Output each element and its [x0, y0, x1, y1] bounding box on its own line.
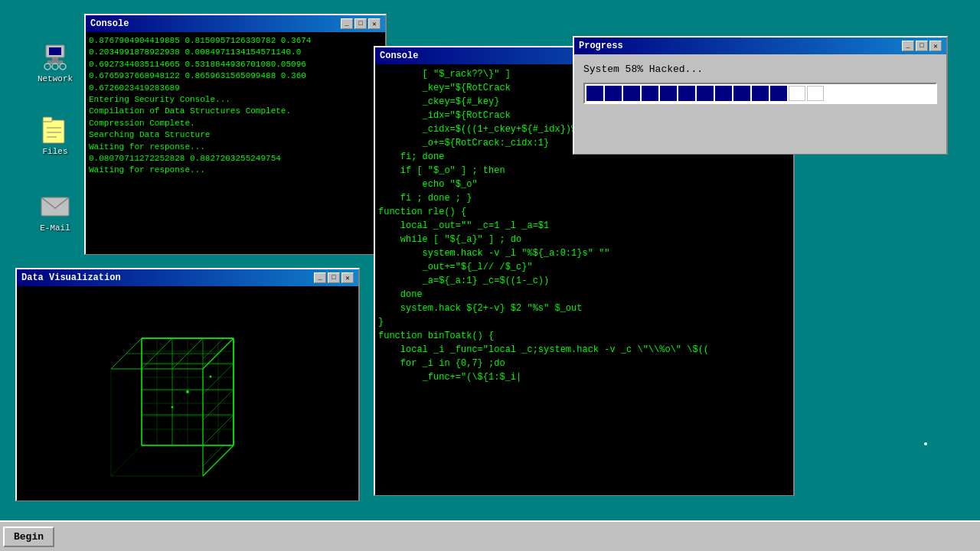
files-label: Files — [42, 147, 67, 156]
code-line: local _i _func="local _c;system.hack -v … — [378, 343, 790, 357]
svg-rect-9 — [43, 120, 64, 143]
files-icon — [40, 115, 70, 145]
code-line: while [ "${_a}" ] ; do — [378, 233, 790, 246]
console-line: Compilation of Data Structures Complete. — [89, 106, 382, 117]
console-line: 0.6726023419283689 — [89, 83, 382, 94]
svg-point-61 — [186, 390, 189, 393]
dataviz-titlebar[interactable]: Data Visualization _ □ ✕ — [17, 269, 358, 286]
dataviz-minimize[interactable]: _ — [314, 272, 326, 283]
code-line: system.hack ${2+-v} $2 "%s" $_out — [378, 302, 790, 315]
console-line: 0.2034991878922938 0.0084971134154571140… — [89, 47, 382, 58]
console-line: 0.08070711272252828 0.8827203255249754 — [89, 153, 382, 165]
progress-content: System 58% Hacked... — [574, 54, 946, 154]
progress-minimize[interactable]: _ — [902, 41, 914, 51]
console-line: Waiting for response... — [89, 142, 382, 153]
progress-block — [586, 86, 603, 101]
begin-button[interactable]: Begin — [3, 527, 54, 547]
progress-fill — [586, 86, 824, 101]
code-line: system.hack -v _l "%${_a:0:1}s" "" — [378, 246, 790, 260]
svg-line-43 — [203, 445, 224, 466]
dataviz-maximize[interactable]: □ — [328, 272, 340, 283]
console1-controls: _ □ ✕ — [341, 18, 381, 29]
progress-block — [605, 86, 622, 101]
taskbar: Begin — [0, 520, 980, 551]
code-line: function rle() { — [378, 205, 790, 219]
svg-rect-2 — [52, 57, 58, 60]
progress-block — [697, 86, 714, 101]
svg-point-62 — [172, 406, 174, 408]
console1-content: 0.8767904904419885 0.8150957126330782 0.… — [86, 32, 385, 254]
svg-line-32 — [203, 445, 234, 476]
progress-maximize[interactable]: □ — [916, 41, 928, 51]
code-line: _out+="${_l// /$_c}" — [378, 260, 790, 274]
progress-block — [770, 86, 787, 101]
svg-point-6 — [60, 64, 66, 70]
svg-line-42 — [203, 338, 224, 359]
progress-block — [678, 86, 695, 101]
progress-block — [733, 86, 750, 101]
console2-title: Console — [380, 51, 418, 61]
dataviz-content — [17, 286, 358, 500]
code-line: _a=${_a:1} _c=$((1-_c)) — [378, 274, 790, 288]
code-line: local _out="" _c=1 _l _a=$1 — [378, 219, 790, 233]
console-line: 0.8767904904419885 0.8150957126330782 0.… — [89, 35, 382, 47]
code-line: _func+="(\${1:$_i| — [378, 370, 790, 384]
progress-block — [623, 86, 640, 101]
progress-block — [752, 86, 769, 101]
progress-block — [789, 86, 805, 101]
svg-point-4 — [44, 64, 51, 70]
code-line: for _i in {0,7} ;do — [378, 357, 790, 370]
console-line: Compression Complete. — [89, 118, 382, 129]
dataviz-window: Data Visualization _ □ ✕ — [15, 268, 360, 501]
dataviz-controls: _ □ ✕ — [314, 272, 354, 283]
email-icon-desktop[interactable]: E-Mail — [31, 191, 80, 233]
progress-block — [660, 86, 677, 101]
console-line: Waiting for response... — [89, 165, 382, 176]
console1-close[interactable]: ✕ — [368, 18, 381, 29]
progress-titlebar[interactable]: Progress _ □ ✕ — [574, 37, 946, 54]
network-icon-desktop[interactable]: Network — [31, 42, 80, 83]
svg-rect-1 — [49, 47, 61, 55]
console-line: 0.6765937668948122 0.8659631565099488 0.… — [89, 70, 382, 82]
cursor — [924, 442, 927, 445]
console1-title: Console — [90, 18, 129, 29]
progress-block — [715, 86, 732, 101]
code-line: } — [378, 315, 790, 329]
svg-line-47 — [111, 445, 142, 476]
email-label: E-Mail — [40, 223, 70, 233]
svg-rect-3 — [47, 60, 63, 63]
progress-title: Progress — [579, 41, 623, 51]
progress-close[interactable]: ✕ — [929, 41, 942, 51]
console1-minimize[interactable]: _ — [341, 18, 353, 29]
cube-visualization — [31, 292, 345, 495]
console1-window: Console _ □ ✕ 0.8767904904419885 0.81509… — [84, 14, 387, 255]
console-line: Entering Security Console... — [89, 94, 382, 106]
files-icon-desktop[interactable]: Files — [31, 115, 80, 156]
progress-block — [807, 86, 824, 101]
code-line: function binToatk() { — [378, 329, 790, 343]
svg-point-63 — [210, 375, 212, 377]
progress-block — [642, 86, 658, 101]
console1-maximize[interactable]: □ — [354, 18, 367, 29]
progress-window: Progress _ □ ✕ System 58% Hacked... — [573, 36, 948, 155]
code-line: if [ "$_o" ] ; then — [378, 164, 790, 178]
console-line: 0.6927344035114665 0.5318844936701080.05… — [89, 59, 382, 70]
progress-controls: _ □ ✕ — [902, 41, 942, 51]
dataviz-close[interactable]: ✕ — [341, 272, 354, 283]
svg-point-5 — [52, 64, 58, 70]
network-icon — [40, 42, 70, 73]
network-label: Network — [38, 74, 73, 83]
progress-bar — [583, 83, 937, 104]
progress-status: System 58% Hacked... — [583, 64, 937, 75]
svg-rect-10 — [43, 117, 52, 122]
email-icon — [40, 191, 70, 222]
code-line: echo "$_o" — [378, 178, 790, 191]
code-line: fi ; done ; } — [378, 191, 790, 205]
code-line: done — [378, 288, 790, 302]
dataviz-title: Data Visualization — [21, 272, 121, 283]
console1-titlebar[interactable]: Console _ □ ✕ — [86, 15, 385, 32]
console-line: Searching Data Structure — [89, 129, 382, 141]
